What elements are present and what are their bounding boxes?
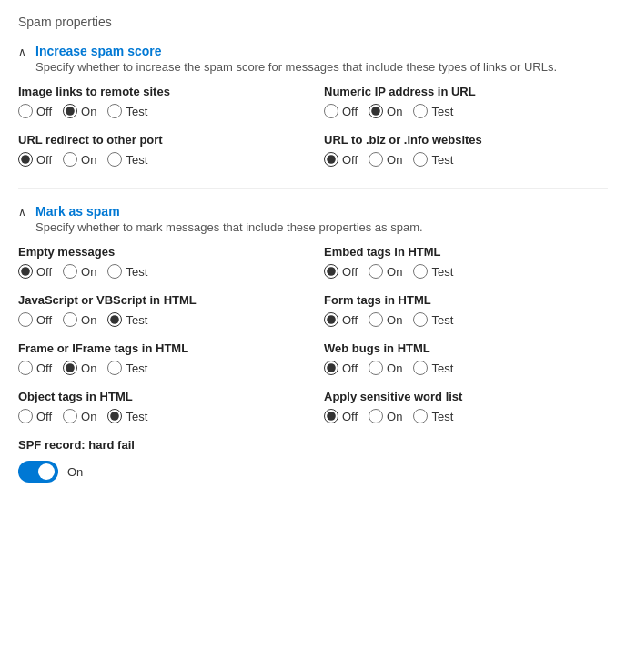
radio-label-numeric-ip-url-test: Test: [431, 105, 453, 118]
radio-label-form-tags-html-off: Off: [342, 313, 358, 327]
radio-input-apply-sensitive-word-on[interactable]: [369, 409, 383, 423]
toggle-row-spf-record-hard-fail: On: [18, 461, 608, 483]
radio-label-numeric-ip-url-off: Off: [342, 105, 358, 118]
radio-option-form-tags-html-off[interactable]: Off: [324, 312, 358, 327]
radio-input-object-tags-html-off[interactable]: [18, 409, 33, 423]
radio-option-url-biz-info-off[interactable]: Off: [324, 152, 358, 167]
radio-option-image-links-remote-test[interactable]: Test: [107, 104, 147, 118]
radio-option-empty-messages-test[interactable]: Test: [107, 264, 147, 279]
radio-input-frame-iframe-html-on[interactable]: [63, 361, 77, 375]
radio-option-apply-sensitive-word-off[interactable]: Off: [324, 409, 358, 423]
radio-input-url-redirect-port-test[interactable]: [107, 152, 122, 167]
radio-option-web-bugs-html-off[interactable]: Off: [324, 361, 358, 375]
radio-group-embed-tags-html: OffOnTest: [324, 264, 608, 279]
radio-input-numeric-ip-url-test[interactable]: [413, 104, 428, 118]
radio-group-object-tags-html: OffOnTest: [18, 409, 302, 423]
radio-input-url-redirect-port-on[interactable]: [63, 152, 77, 167]
radio-input-empty-messages-off[interactable]: [18, 264, 33, 279]
radio-option-embed-tags-html-on[interactable]: On: [369, 264, 402, 279]
radio-option-frame-iframe-html-on[interactable]: On: [63, 361, 96, 375]
radio-input-numeric-ip-url-off[interactable]: [324, 104, 338, 118]
radio-input-js-vbscript-html-test[interactable]: [107, 312, 122, 327]
radio-option-object-tags-html-test[interactable]: Test: [107, 409, 147, 423]
radio-input-js-vbscript-html-on[interactable]: [63, 312, 77, 327]
radio-group-apply-sensitive-word: OffOnTest: [324, 409, 608, 423]
radio-option-url-biz-info-on[interactable]: On: [369, 152, 402, 167]
radio-option-web-bugs-html-test[interactable]: Test: [413, 361, 453, 375]
radio-input-numeric-ip-url-on[interactable]: [369, 104, 383, 118]
radio-option-url-redirect-port-off[interactable]: Off: [18, 152, 52, 167]
radio-input-embed-tags-html-test[interactable]: [413, 264, 428, 279]
radio-option-url-redirect-port-on[interactable]: On: [63, 152, 96, 167]
radio-group-url-redirect-port: OffOnTest: [18, 152, 302, 167]
radio-input-form-tags-html-off[interactable]: [324, 312, 338, 327]
radio-group-form-tags-html: OffOnTest: [324, 312, 608, 327]
radio-option-frame-iframe-html-off[interactable]: Off: [18, 361, 52, 375]
radio-input-image-links-remote-test[interactable]: [107, 104, 122, 118]
toggle-switch-spf-record-hard-fail[interactable]: [18, 461, 58, 483]
radio-input-apply-sensitive-word-test[interactable]: [413, 409, 428, 423]
radio-option-web-bugs-html-on[interactable]: On: [369, 361, 402, 375]
radio-option-js-vbscript-html-test[interactable]: Test: [107, 312, 147, 327]
radio-option-image-links-remote-off[interactable]: Off: [18, 104, 52, 118]
setting-item-js-vbscript-html: JavaScript or VBScript in HTMLOffOnTest: [18, 293, 302, 327]
radio-option-object-tags-html-off[interactable]: Off: [18, 409, 52, 423]
radio-input-url-biz-info-off[interactable]: [324, 152, 338, 167]
radio-option-form-tags-html-test[interactable]: Test: [413, 312, 453, 327]
radio-input-js-vbscript-html-off[interactable]: [18, 312, 33, 327]
radio-option-embed-tags-html-off[interactable]: Off: [324, 264, 358, 279]
radio-option-numeric-ip-url-off[interactable]: Off: [324, 104, 358, 118]
radio-option-object-tags-html-on[interactable]: On: [63, 409, 96, 423]
radio-option-image-links-remote-on[interactable]: On: [63, 104, 96, 118]
radio-option-empty-messages-off[interactable]: Off: [18, 264, 52, 279]
radio-input-frame-iframe-html-test[interactable]: [107, 361, 122, 375]
radio-input-image-links-remote-on[interactable]: [63, 104, 77, 118]
radio-option-frame-iframe-html-test[interactable]: Test: [107, 361, 147, 375]
setting-label-frame-iframe-html: Frame or IFrame tags in HTML: [18, 341, 302, 355]
setting-item-object-tags-html: Object tags in HTMLOffOnTest: [18, 390, 302, 423]
radio-input-web-bugs-html-on[interactable]: [369, 361, 383, 375]
radio-label-url-redirect-port-off: Off: [36, 153, 52, 167]
radio-option-apply-sensitive-word-on[interactable]: On: [369, 409, 402, 423]
radio-group-js-vbscript-html: OffOnTest: [18, 312, 302, 327]
radio-input-url-biz-info-on[interactable]: [369, 152, 383, 167]
radio-option-url-redirect-port-test[interactable]: Test: [107, 152, 147, 167]
radio-group-empty-messages: OffOnTest: [18, 264, 302, 279]
radio-input-url-redirect-port-off[interactable]: [18, 152, 33, 167]
radio-option-form-tags-html-on[interactable]: On: [369, 312, 402, 327]
radio-option-url-biz-info-test[interactable]: Test: [413, 152, 453, 167]
setting-label-url-biz-info: URL to .biz or .info websites: [324, 133, 608, 147]
radio-input-web-bugs-html-off[interactable]: [324, 361, 338, 375]
radio-input-empty-messages-test[interactable]: [107, 264, 122, 279]
radio-input-form-tags-html-on[interactable]: [369, 312, 383, 327]
radio-input-object-tags-html-on[interactable]: [63, 409, 77, 423]
radio-option-js-vbscript-html-off[interactable]: Off: [18, 312, 52, 327]
radio-option-numeric-ip-url-test[interactable]: Test: [413, 104, 453, 118]
radio-option-empty-messages-on[interactable]: On: [63, 264, 96, 279]
radio-label-js-vbscript-html-on: On: [81, 313, 96, 327]
radio-input-embed-tags-html-off[interactable]: [324, 264, 338, 279]
radio-input-frame-iframe-html-off[interactable]: [18, 361, 33, 375]
radio-option-js-vbscript-html-on[interactable]: On: [63, 312, 96, 327]
radio-input-web-bugs-html-test[interactable]: [413, 361, 428, 375]
radio-input-url-biz-info-test[interactable]: [413, 152, 428, 167]
radio-input-empty-messages-on[interactable]: [63, 264, 77, 279]
radio-group-frame-iframe-html: OffOnTest: [18, 361, 302, 375]
chevron-icon-increase-spam-score[interactable]: ∧: [18, 46, 26, 58]
radio-input-object-tags-html-test[interactable]: [107, 409, 122, 423]
chevron-icon-mark-as-spam[interactable]: ∧: [18, 206, 26, 219]
radio-option-apply-sensitive-word-test[interactable]: Test: [413, 409, 453, 423]
radio-input-apply-sensitive-word-off[interactable]: [324, 409, 338, 423]
radio-option-embed-tags-html-test[interactable]: Test: [413, 264, 453, 279]
setting-item-embed-tags-html: Embed tags in HTMLOffOnTest: [324, 245, 608, 279]
radio-input-image-links-remote-off[interactable]: [18, 104, 33, 118]
settings-grid-increase-spam-score: Image links to remote sitesOffOnTestNume…: [18, 85, 608, 167]
radio-label-image-links-remote-test: Test: [126, 105, 147, 118]
radio-input-embed-tags-html-on[interactable]: [369, 264, 383, 279]
radio-input-form-tags-html-test[interactable]: [413, 312, 428, 327]
toggle-thumb-spf-record-hard-fail: [38, 463, 55, 480]
radio-option-numeric-ip-url-on[interactable]: On: [369, 104, 402, 118]
setting-item-image-links-remote: Image links to remote sitesOffOnTest: [18, 85, 302, 118]
radio-label-url-biz-info-on: On: [387, 153, 402, 167]
radio-group-web-bugs-html: OffOnTest: [324, 361, 608, 375]
